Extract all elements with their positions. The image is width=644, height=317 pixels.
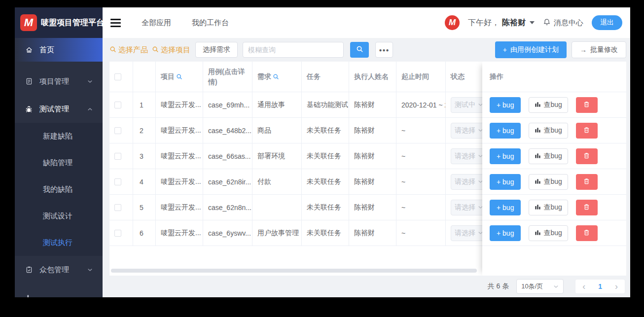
select-all-checkbox[interactable] — [114, 73, 121, 80]
row-checkbox[interactable] — [114, 102, 121, 108]
cell-requirement: 部署环境 — [252, 143, 302, 169]
sidebar-item-test-design[interactable]: 测试设计 — [15, 203, 103, 229]
app-window: M 唛盟项目管理平台 首页 项目管理 测试管理 — [15, 7, 630, 297]
trash-icon — [583, 203, 590, 212]
current-page[interactable]: 1 — [598, 282, 602, 290]
sidebar-item-test-execution[interactable]: 测试执行 — [15, 229, 103, 256]
delete-button[interactable] — [576, 97, 598, 113]
brand-logo-icon: M — [20, 14, 37, 31]
status-value: 测试中 — [455, 101, 475, 109]
more-filters-button[interactable]: ●●● — [375, 42, 393, 58]
search-icon[interactable] — [176, 73, 182, 80]
status-select[interactable]: 请选择 — [451, 225, 487, 241]
table-row: 3 唛盟云开发... case_66sas... 部署环境 未关联任务 陈裕财 … — [109, 143, 494, 169]
cell-task: 未关联任务 — [302, 220, 349, 246]
search-button[interactable] — [350, 42, 369, 58]
create-plan-button[interactable]: + 由用例创建计划 — [495, 41, 567, 58]
sidebar-item-test-mgmt[interactable]: 测试管理 — [15, 95, 103, 123]
view-bug-button[interactable]: 查bug — [529, 225, 568, 241]
delete-button[interactable] — [576, 123, 598, 139]
nav-my-workbench[interactable]: 我的工作台 — [192, 18, 229, 28]
select-product-link[interactable]: 选择产品 — [109, 45, 148, 55]
view-bug-button[interactable]: 查bug — [529, 200, 568, 215]
view-bug-button[interactable]: 查bug — [529, 148, 568, 164]
sidebar-item-defect-mgmt[interactable]: 缺陷管理 — [15, 149, 103, 176]
status-value: 请选择 — [455, 126, 475, 135]
select-project-link[interactable]: 选择项目 — [152, 45, 190, 55]
select-requirement-button[interactable]: 选择需求 — [195, 42, 238, 58]
view-bug-button[interactable]: 查bug — [529, 97, 568, 113]
bar-chart-icon — [535, 229, 541, 237]
status-select[interactable]: 请选择 — [451, 123, 487, 139]
sidebar-item-my-defects[interactable]: 我的缺陷 — [15, 176, 103, 203]
sidebar-item-label: 众包管理 — [39, 265, 69, 275]
arrow-right-icon: → — [580, 46, 587, 54]
cell-case[interactable]: case_69mh... — [203, 92, 252, 118]
delete-button[interactable] — [576, 200, 598, 215]
total-count: 共 6 条 — [488, 282, 509, 291]
cell-task: 未关联任务 — [302, 195, 349, 220]
row-index: 2 — [133, 118, 156, 143]
row-checkbox[interactable] — [114, 127, 121, 134]
table-row: 4 唛盟云开发... case_62n8ir... 付款 未关联任务 陈裕财 ~… — [109, 169, 494, 195]
actions-column: 操作 + bug 查bug + bug 查bug + bug 查bug — [482, 62, 626, 276]
delete-button[interactable] — [576, 225, 598, 241]
nav-all-apps[interactable]: 全部应用 — [142, 18, 171, 28]
col-label: 项目 — [161, 71, 175, 81]
cell-case[interactable]: case_648b2... — [203, 118, 252, 143]
cell-time: ~ — [396, 195, 446, 220]
sidebar-item-crowd-mgmt[interactable]: 众包管理 — [15, 256, 103, 283]
cell-case[interactable]: case_62n8ir... — [203, 169, 252, 195]
add-bug-button[interactable]: + bug — [490, 174, 521, 190]
fuzzy-search-input[interactable] — [243, 42, 344, 58]
sidebar-item-partial[interactable] — [15, 283, 103, 297]
user-avatar[interactable]: M — [445, 15, 460, 30]
col-actions: 操作 — [482, 62, 626, 92]
cell-case[interactable]: case_62n8n... — [203, 195, 252, 220]
search-icon[interactable] — [273, 73, 279, 80]
bar-chart-icon — [535, 101, 541, 109]
add-bug-button[interactable]: + bug — [490, 148, 521, 164]
view-bug-button[interactable]: 查bug — [529, 174, 568, 190]
cell-case[interactable]: case_6yswv... — [203, 220, 252, 246]
sidebar-item-label: 测试管理 — [39, 105, 69, 114]
add-bug-button[interactable]: + bug — [490, 123, 521, 139]
batch-edit-button[interactable]: → 批量修改 — [572, 41, 626, 58]
cell-case[interactable]: case_66sas... — [203, 143, 252, 169]
status-select[interactable]: 请选择 — [451, 148, 487, 164]
message-center-link[interactable]: 消息中心 — [543, 18, 583, 28]
sidebar-item-home[interactable]: 首页 — [15, 38, 103, 62]
status-select[interactable]: 请选择 — [451, 174, 487, 190]
next-page-button[interactable]: › — [615, 282, 618, 291]
status-select[interactable]: 测试中 — [451, 97, 487, 113]
bug-icon — [25, 105, 33, 113]
row-checkbox[interactable] — [114, 230, 121, 237]
row-checkbox[interactable] — [114, 178, 121, 185]
sidebar-item-new-defect[interactable]: 新建缺陷 — [15, 123, 103, 149]
cell-time: ~ — [396, 220, 446, 246]
document-icon — [25, 77, 33, 85]
horizontal-scrollbar[interactable] — [111, 269, 477, 273]
prev-page-button[interactable]: ‹ — [582, 282, 585, 291]
row-checkbox[interactable] — [114, 204, 121, 211]
sidebar-item-project-mgmt[interactable]: 项目管理 — [15, 68, 103, 95]
page-size-select[interactable]: 10条/页 — [516, 279, 564, 294]
row-checkbox[interactable] — [114, 153, 121, 160]
add-bug-button[interactable]: + bug — [490, 200, 521, 215]
add-bug-button[interactable]: + bug — [490, 225, 521, 241]
row-actions: + bug 查bug — [482, 220, 626, 246]
logout-button[interactable]: 退出 — [592, 15, 622, 30]
status-select[interactable]: 请选择 — [451, 200, 487, 215]
view-bug-button[interactable]: 查bug — [529, 123, 568, 139]
chevron-down-icon — [553, 284, 559, 289]
add-bug-button[interactable]: + bug — [490, 97, 521, 113]
bar-chart-icon — [535, 178, 541, 186]
delete-button[interactable] — [576, 174, 598, 190]
row-index: 6 — [133, 220, 156, 246]
delete-button[interactable] — [576, 148, 598, 164]
cell-project: 唛盟云开发... — [156, 169, 203, 195]
cell-time: ~ — [396, 169, 446, 195]
cell-executor: 陈裕财 — [349, 92, 396, 118]
user-menu[interactable]: 下午好， 陈裕财 — [468, 18, 535, 28]
hamburger-menu-icon[interactable] — [110, 19, 121, 27]
